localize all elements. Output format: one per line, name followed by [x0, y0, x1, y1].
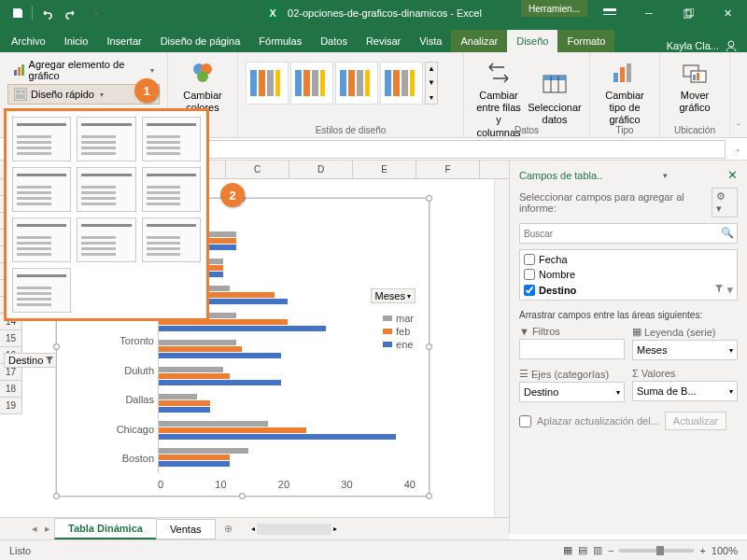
- layout-option-2[interactable]: [77, 117, 135, 161]
- slicer-destino[interactable]: Destino: [4, 353, 59, 368]
- ribbon-tabs: Archivo Inicio Insertar Diseño de página…: [0, 26, 747, 52]
- redo-icon[interactable]: [61, 3, 81, 23]
- layout-option-9[interactable]: [142, 217, 201, 262]
- update-button[interactable]: Actualizar: [665, 412, 726, 430]
- tab-archivo[interactable]: Archivo: [2, 30, 55, 52]
- chart-x-axis: 010203040: [158, 479, 416, 490]
- select-data-button[interactable]: Seleccionar datos: [528, 68, 582, 128]
- sheet-nav-prev[interactable]: ◂: [28, 523, 41, 535]
- col-c[interactable]: C: [226, 161, 289, 178]
- change-colors-button[interactable]: Cambiar colores: [176, 56, 230, 116]
- view-normal-icon[interactable]: ▦: [563, 544, 572, 556]
- svg-rect-12: [21, 90, 25, 93]
- add-chart-element-button[interactable]: Agregar elemento de gráfico: [7, 56, 160, 84]
- tab-insertar[interactable]: Insertar: [97, 30, 150, 52]
- layout-option-8[interactable]: [77, 217, 135, 262]
- layout-option-5[interactable]: [77, 167, 135, 212]
- zone-filters[interactable]: [519, 339, 625, 359]
- undo-icon[interactable]: [36, 3, 57, 23]
- tab-vista[interactable]: Vista: [410, 30, 451, 52]
- location-group-label: Ubicación: [660, 125, 729, 135]
- svg-rect-27: [697, 73, 699, 80]
- tab-formulas[interactable]: Fórmulas: [249, 30, 311, 52]
- pane-title: Campos de tabla..: [519, 170, 602, 181]
- field-fecha[interactable]: Fecha: [522, 252, 735, 267]
- move-chart-button[interactable]: Mover gráfico: [668, 56, 722, 116]
- row-19[interactable]: 19: [0, 398, 22, 414]
- tab-revisar[interactable]: Revisar: [357, 30, 410, 52]
- callout-2: 2: [220, 183, 245, 207]
- col-e[interactable]: E: [353, 161, 416, 178]
- svg-rect-7: [14, 70, 17, 76]
- pane-close-icon[interactable]: ✕: [727, 168, 738, 182]
- vertical-scrollbar[interactable]: [494, 179, 509, 534]
- col-f[interactable]: F: [416, 161, 480, 178]
- horizontal-scrollbar[interactable]: ◂▸: [251, 523, 337, 536]
- zone-axis[interactable]: Destino▾: [519, 382, 625, 402]
- view-break-icon[interactable]: ▥: [593, 544, 602, 556]
- zone-values-label: Σ Valores: [632, 368, 738, 379]
- svg-rect-26: [693, 75, 696, 80]
- field-list: Fecha Nombre Destino▾: [519, 249, 738, 301]
- pane-settings-button[interactable]: ⚙ ▾: [712, 188, 738, 217]
- layout-option-10[interactable]: [12, 268, 71, 313]
- field-search-input[interactable]: [519, 223, 738, 244]
- zone-values[interactable]: Suma de B...▾: [632, 381, 738, 401]
- save-icon[interactable]: [7, 3, 28, 23]
- defer-update-checkbox[interactable]: [519, 415, 531, 427]
- quick-layout-icon: [14, 88, 27, 101]
- chart-style-1[interactable]: [246, 62, 289, 105]
- field-destino[interactable]: Destino▾: [522, 282, 735, 298]
- tab-formato[interactable]: Formato: [557, 30, 614, 52]
- zone-legend-label: ▦ Leyenda (serie): [632, 326, 738, 338]
- zoom-in-icon[interactable]: +: [699, 545, 705, 556]
- col-d[interactable]: D: [289, 161, 353, 178]
- close-icon[interactable]: ✕: [708, 0, 747, 26]
- ribbon-options-icon[interactable]: [590, 0, 629, 26]
- qat-customize-icon[interactable]: [85, 3, 106, 23]
- layout-option-6[interactable]: [142, 167, 201, 212]
- callout-1: 1: [134, 78, 159, 103]
- zone-filters-label: ▼ Filtros: [519, 326, 625, 337]
- svg-point-16: [197, 71, 208, 82]
- tab-analizar[interactable]: Analizar: [451, 30, 507, 52]
- tab-datos[interactable]: Datos: [311, 30, 357, 52]
- minimize-icon[interactable]: ─: [629, 0, 669, 26]
- zoom-slider[interactable]: [619, 549, 694, 553]
- zoom-level[interactable]: 100%: [712, 545, 738, 556]
- tab-diseno-pagina[interactable]: Diseño de página: [151, 30, 250, 52]
- quick-layout-gallery: [4, 108, 209, 321]
- layout-option-1[interactable]: [12, 117, 71, 161]
- svg-rect-4: [684, 10, 691, 18]
- layout-option-7[interactable]: [12, 217, 71, 262]
- field-search[interactable]: 🔍: [519, 223, 738, 244]
- sheet-tab-ventas[interactable]: Ventas: [156, 519, 216, 539]
- chart-style-2[interactable]: [290, 62, 333, 105]
- view-page-icon[interactable]: ▤: [578, 544, 587, 556]
- change-chart-type-button[interactable]: Cambiar tipo de gráfico: [598, 56, 652, 129]
- sheet-tab-tabla[interactable]: Tabla Dinámica: [54, 518, 157, 539]
- zone-legend[interactable]: Meses▾: [632, 340, 738, 360]
- gallery-up-icon[interactable]: ▲: [428, 64, 435, 73]
- new-sheet-icon[interactable]: ⊕: [215, 523, 242, 535]
- user-menu[interactable]: Kayla Cla...: [659, 39, 745, 52]
- gallery-down-icon[interactable]: ▼: [428, 78, 435, 87]
- sheet-nav-next[interactable]: ▸: [41, 523, 54, 535]
- zoom-out-icon[interactable]: −: [608, 545, 613, 556]
- tab-inicio[interactable]: Inicio: [55, 30, 98, 52]
- row-15[interactable]: 15: [0, 330, 22, 347]
- maximize-icon[interactable]: [669, 0, 708, 26]
- row-18[interactable]: 18: [0, 381, 22, 398]
- gallery-more-icon[interactable]: ▾: [430, 93, 433, 102]
- collapse-ribbon-icon[interactable]: ˇ: [737, 123, 740, 133]
- layout-option-4[interactable]: [12, 167, 71, 212]
- field-nombre[interactable]: Nombre: [522, 267, 735, 282]
- layout-option-3[interactable]: [142, 117, 201, 161]
- formula-expand-icon[interactable]: ⌄: [729, 145, 747, 153]
- tab-diseno[interactable]: Diseño: [507, 30, 557, 52]
- filter-icon: [45, 356, 54, 365]
- contextual-tab-label: Herramien...: [521, 0, 587, 17]
- chart-style-4[interactable]: [380, 62, 423, 105]
- chart-style-3[interactable]: [335, 62, 378, 105]
- chart-styles-gallery[interactable]: ▲ ▼ ▾: [246, 56, 456, 110]
